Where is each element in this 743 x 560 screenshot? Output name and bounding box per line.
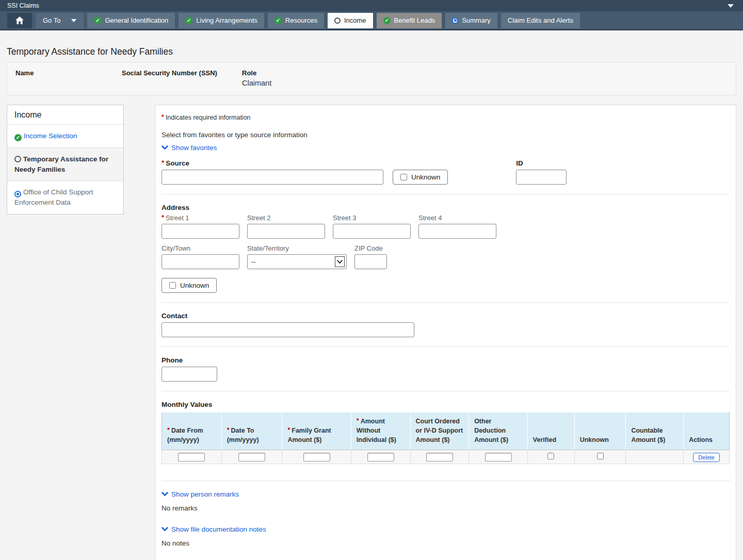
unknown-label: Unknown bbox=[411, 173, 440, 181]
street3-input[interactable] bbox=[333, 224, 411, 239]
go-to-label: Go To bbox=[43, 17, 60, 24]
app-title: SSI Claims bbox=[7, 2, 39, 9]
check-circle-icon: ✓ bbox=[14, 134, 22, 141]
state-select[interactable]: -- bbox=[247, 254, 347, 269]
tab-claim-edits-and-alerts[interactable]: Claim Edits and Alerts bbox=[501, 13, 580, 28]
street2-field-group: Street 2 bbox=[247, 214, 325, 239]
contact-input[interactable] bbox=[161, 322, 414, 337]
required-asterisk bbox=[167, 427, 171, 434]
table-row: Delete bbox=[162, 450, 730, 464]
file-notes-empty-text: No notes bbox=[161, 539, 730, 547]
show-favorites-link[interactable]: Show favorites bbox=[161, 144, 217, 152]
zip-field-group: ZIP Code bbox=[354, 244, 387, 269]
date-from-input[interactable] bbox=[178, 453, 205, 462]
zip-input[interactable] bbox=[354, 254, 387, 269]
contact-label: Contact bbox=[161, 312, 730, 320]
tab-label: Benefit Leads bbox=[394, 17, 435, 24]
col-header-actions: Actions bbox=[684, 413, 730, 450]
unknown-checkbox[interactable] bbox=[597, 453, 604, 459]
required-asterisk bbox=[357, 418, 361, 425]
street2-input[interactable] bbox=[247, 224, 325, 239]
check-circle-icon: ✓ bbox=[94, 17, 101, 24]
person-role-col: Role Claimant bbox=[242, 69, 271, 88]
name-label: Name bbox=[15, 69, 122, 77]
family-grant-input[interactable] bbox=[303, 453, 330, 462]
sidebar-item-label[interactable]: Income Selection bbox=[24, 132, 77, 140]
source-unknown-checkbox[interactable]: Unknown bbox=[393, 170, 448, 185]
source-field-group: Source bbox=[161, 159, 383, 185]
col-header-countable-amount: Countable Amount ($) bbox=[626, 413, 684, 450]
source-label: Source bbox=[166, 159, 189, 167]
checkbox-icon[interactable] bbox=[400, 174, 407, 180]
required-note: Indicates required information bbox=[161, 114, 730, 121]
person-summary-box: Name Social Security Number (SSN) Role C… bbox=[7, 62, 736, 95]
col-header-verified: Verified bbox=[527, 413, 574, 450]
sidebar-item-label: Temporary Assistance for Needy Families bbox=[14, 155, 108, 173]
state-field-group: State/Territory -- bbox=[247, 244, 347, 269]
col-header-amount-without: Amount Without Individual ($) bbox=[351, 413, 410, 450]
street3-field-group: Street 3 bbox=[333, 214, 411, 239]
street4-input[interactable] bbox=[418, 224, 496, 239]
sidebar-item-ocse-data[interactable]: Office of Child Support Enforcement Data bbox=[7, 181, 123, 214]
divider bbox=[161, 302, 730, 303]
street4-field-group: Street 4 bbox=[418, 214, 496, 239]
tab-label: Claim Edits and Alerts bbox=[508, 17, 573, 24]
street1-label: Street 1 bbox=[166, 214, 189, 222]
verified-checkbox[interactable] bbox=[547, 453, 554, 459]
person-name-col: Name bbox=[15, 69, 122, 88]
row-delete-button[interactable]: Delete bbox=[693, 453, 720, 462]
tab-summary[interactable]: Summary bbox=[445, 13, 497, 28]
phone-input[interactable] bbox=[161, 367, 217, 382]
other-deduction-input[interactable] bbox=[485, 453, 512, 462]
tab-resources[interactable]: ✓ Resources bbox=[268, 13, 324, 28]
tab-label: General Identification bbox=[105, 17, 168, 24]
divider bbox=[161, 194, 730, 194]
sidebar-item-tanf[interactable]: Temporary Assistance for Needy Families bbox=[7, 148, 123, 181]
tab-general-identification[interactable]: ✓ General Identification bbox=[87, 13, 175, 28]
countable-amount-cell bbox=[626, 450, 684, 464]
amount-without-input[interactable] bbox=[367, 453, 394, 462]
tab-label: Income bbox=[344, 17, 366, 24]
favorites-hint: Select from favorites or type source inf… bbox=[161, 131, 730, 139]
city-input[interactable] bbox=[161, 254, 239, 269]
col-header-other-deduction: Other Deduction Amount ($) bbox=[469, 413, 528, 450]
tab-income[interactable]: Income bbox=[328, 13, 373, 28]
chevron-down-icon bbox=[71, 19, 76, 22]
sidebar-title: Income bbox=[7, 105, 123, 125]
home-icon bbox=[15, 17, 24, 24]
role-label: Role bbox=[242, 69, 271, 77]
show-file-notes-link[interactable]: Show file documentation notes bbox=[161, 525, 266, 533]
street1-field-group: Street 1 bbox=[161, 214, 239, 239]
source-row: Source Unknown ID bbox=[161, 159, 730, 185]
show-person-remarks-link[interactable]: Show person remarks bbox=[161, 490, 239, 498]
ssi-claims-app: SSI Claims Go To ✓ General Identificatio… bbox=[0, 0, 743, 560]
circle-outline-icon bbox=[14, 156, 21, 162]
table-header-row: Date From (mm/yyyy) Date To (mm/yyyy) Fa… bbox=[162, 413, 730, 450]
tab-benefit-leads[interactable]: ✓ Benefit Leads bbox=[377, 13, 442, 28]
street3-label: Street 3 bbox=[333, 214, 411, 222]
home-button[interactable] bbox=[7, 13, 32, 28]
source-input[interactable] bbox=[161, 170, 383, 185]
divider bbox=[161, 481, 730, 481]
radio-dot-icon bbox=[14, 191, 21, 197]
date-to-input[interactable] bbox=[238, 453, 265, 462]
go-to-dropdown[interactable]: Go To bbox=[36, 13, 84, 28]
checkbox-icon[interactable] bbox=[169, 282, 176, 289]
address-unknown-checkbox[interactable]: Unknown bbox=[161, 278, 217, 293]
collapse-caret-icon[interactable] bbox=[728, 4, 734, 8]
sidebar-item-label: Office of Child Support Enforcement Data bbox=[14, 188, 93, 206]
court-ordered-input[interactable] bbox=[426, 453, 453, 462]
radio-dot-icon bbox=[452, 18, 458, 24]
tab-living-arrangements[interactable]: ✓ Living Arrangements bbox=[179, 13, 264, 28]
city-row: City/Town State/Territory -- ZIP bbox=[161, 244, 730, 269]
unknown-label: Unknown bbox=[180, 282, 209, 289]
ssn-label: Social Security Number (SSN) bbox=[122, 69, 242, 77]
id-input[interactable] bbox=[516, 170, 567, 185]
main-navbar: Go To ✓ General Identification ✓ Living … bbox=[0, 11, 743, 30]
tab-label: Summary bbox=[462, 17, 491, 24]
state-label: State/Territory bbox=[247, 244, 347, 252]
monthly-values-title: Monthly Values bbox=[161, 401, 730, 408]
phone-label: Phone bbox=[161, 356, 730, 364]
street1-input[interactable] bbox=[161, 224, 239, 239]
sidebar-item-income-selection[interactable]: ✓Income Selection bbox=[7, 125, 123, 148]
